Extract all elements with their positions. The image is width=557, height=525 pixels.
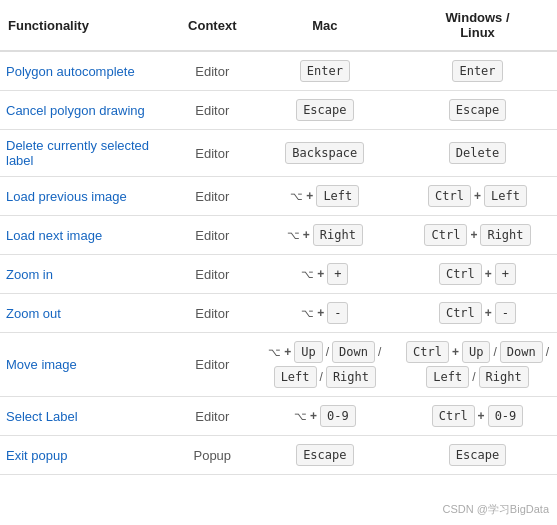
context-cell: Editor [173, 255, 252, 294]
key-badge: + [495, 263, 516, 285]
mac-shortcut-cell: ⌥+Right [252, 216, 398, 255]
table-row: Load previous imageEditor⌥+LeftCtrl+Left [0, 177, 557, 216]
col-mac-header: Mac [252, 0, 398, 51]
functionality-cell: Load previous image [0, 177, 173, 216]
plus-sign: + [474, 189, 481, 203]
table-row: Exit popupPopupEscapeEscape [0, 436, 557, 475]
functionality-cell: Cancel polygon drawing [0, 91, 173, 130]
key-badge: Right [480, 224, 530, 246]
functionality-cell: Load next image [0, 216, 173, 255]
key-badge: 0-9 [488, 405, 524, 427]
mac-shortcut-cell: ⌥+- [252, 294, 398, 333]
key-badge: Ctrl [439, 302, 482, 324]
plus-sign: + [470, 228, 477, 242]
mac-shortcut-cell: ⌥+0-9 [252, 397, 398, 436]
win-shortcut-cell: Delete [398, 130, 557, 177]
functionality-cell: Exit popup [0, 436, 173, 475]
context-cell: Editor [173, 216, 252, 255]
key-badge: Backspace [285, 142, 364, 164]
mac-shortcut-cell: ⌥+Left [252, 177, 398, 216]
table-header-row: Functionality Context Mac Windows / Linu… [0, 0, 557, 51]
modifier-key-icon: ⌥ [290, 190, 303, 203]
key-badge: Escape [296, 99, 353, 121]
col-functionality-header: Functionality [0, 0, 173, 51]
key-badge: Escape [449, 444, 506, 466]
context-cell: Editor [173, 333, 252, 397]
context-cell: Editor [173, 91, 252, 130]
col-context-header: Context [173, 0, 252, 51]
key-badge: Enter [300, 60, 350, 82]
table-row: Polygon autocompleteEditorEnterEnter [0, 51, 557, 91]
mac-shortcut-cell: Escape [252, 436, 398, 475]
key-badge: + [327, 263, 348, 285]
col-windows-header: Windows / Linux [398, 0, 557, 51]
context-cell: Editor [173, 397, 252, 436]
win-shortcut-cell: Ctrl+Right [398, 216, 557, 255]
win-shortcut-cell: Escape [398, 436, 557, 475]
win-shortcut-cell: Ctrl+- [398, 294, 557, 333]
plus-sign: + [284, 345, 291, 359]
context-cell: Editor [173, 177, 252, 216]
watermark: CSDN @学习BigData [442, 502, 549, 517]
table-row: Delete currently selected labelEditorBac… [0, 130, 557, 177]
table-row: Cancel polygon drawingEditorEscapeEscape [0, 91, 557, 130]
mac-shortcut-cell: ⌥+Up/Down/Left/Right [252, 333, 398, 397]
functionality-cell: Zoom out [0, 294, 173, 333]
plus-sign: + [303, 228, 310, 242]
shortcuts-table-container: Functionality Context Mac Windows / Linu… [0, 0, 557, 525]
key-badge: Ctrl [432, 405, 475, 427]
key-badge: - [495, 302, 516, 324]
win-shortcut-cell: Escape [398, 91, 557, 130]
context-cell: Editor [173, 130, 252, 177]
key-badge: Up [294, 341, 322, 363]
win-shortcut-cell: Enter [398, 51, 557, 91]
mac-shortcut-cell: Enter [252, 51, 398, 91]
mac-shortcut-cell: ⌥++ [252, 255, 398, 294]
functionality-cell: Select Label [0, 397, 173, 436]
table-row: Select LabelEditor⌥+0-9Ctrl+0-9 [0, 397, 557, 436]
plus-sign: + [310, 409, 317, 423]
plus-sign: + [452, 345, 459, 359]
key-badge: Left [274, 366, 317, 388]
functionality-cell: Delete currently selected label [0, 130, 173, 177]
win-shortcut-cell: Ctrl+Up/Down/Left/Right [398, 333, 557, 397]
mac-shortcut-cell: Escape [252, 91, 398, 130]
key-badge: Right [326, 366, 376, 388]
plus-sign: + [485, 267, 492, 281]
key-badge: Right [313, 224, 363, 246]
key-badge: Ctrl [439, 263, 482, 285]
context-cell: Editor [173, 51, 252, 91]
mac-shortcut-cell: Backspace [252, 130, 398, 177]
key-badge: Escape [296, 444, 353, 466]
functionality-cell: Move image [0, 333, 173, 397]
context-cell: Editor [173, 294, 252, 333]
key-badge: Left [316, 185, 359, 207]
plus-sign: + [478, 409, 485, 423]
functionality-cell: Zoom in [0, 255, 173, 294]
modifier-key-icon: ⌥ [268, 346, 281, 359]
key-badge: Up [462, 341, 490, 363]
key-badge: Ctrl [428, 185, 471, 207]
win-shortcut-cell: Ctrl++ [398, 255, 557, 294]
functionality-cell: Polygon autocomplete [0, 51, 173, 91]
win-shortcut-cell: Ctrl+Left [398, 177, 557, 216]
modifier-key-icon: ⌥ [294, 410, 307, 423]
key-badge: Delete [449, 142, 506, 164]
context-cell: Popup [173, 436, 252, 475]
modifier-key-icon: ⌥ [301, 268, 314, 281]
plus-sign: + [317, 306, 324, 320]
key-badge: - [327, 302, 348, 324]
key-badge: Down [500, 341, 543, 363]
key-badge: Left [426, 366, 469, 388]
plus-sign: + [306, 189, 313, 203]
key-badge: Right [479, 366, 529, 388]
key-badge: Down [332, 341, 375, 363]
table-row: Move imageEditor⌥+Up/Down/Left/RightCtrl… [0, 333, 557, 397]
key-badge: Left [484, 185, 527, 207]
key-badge: Ctrl [406, 341, 449, 363]
key-badge: Escape [449, 99, 506, 121]
shortcuts-table: Functionality Context Mac Windows / Linu… [0, 0, 557, 475]
win-shortcut-cell: Ctrl+0-9 [398, 397, 557, 436]
key-badge: Enter [452, 60, 502, 82]
modifier-key-icon: ⌥ [287, 229, 300, 242]
